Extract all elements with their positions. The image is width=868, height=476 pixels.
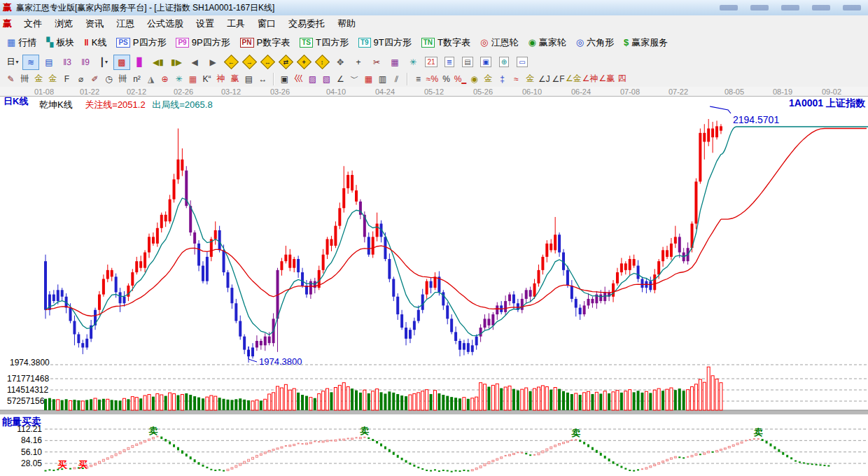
menu-item-7[interactable]: 窗口 [251, 17, 282, 30]
toolbar-button-quote[interactable]: ▦行情 [3, 35, 41, 50]
menu-item-4[interactable]: 公式选股 [141, 17, 190, 30]
gold-line-b-button[interactable]: 金 [46, 73, 59, 85]
candle-style-dropdown-button[interactable]: ┃▾ [95, 55, 112, 70]
toolbar-button-hexagon[interactable]: ◎六角形 [572, 35, 618, 50]
gold-line-a-button[interactable]: 金 [32, 73, 46, 85]
toolbar-button-9t-square[interactable]: T99T四方形 [354, 35, 416, 50]
gann-grid-tool-button[interactable]: ▦ [386, 55, 403, 70]
expand-horizontal-button[interactable]: ↔ [259, 55, 276, 70]
gold-circle-button[interactable]: ◉ [468, 73, 481, 85]
ruler-ticks-1-button[interactable]: 卌 [18, 73, 31, 85]
period-day-dropdown-button[interactable]: 日▾ [4, 55, 21, 70]
percent-wave-button[interactable]: ≈% [426, 73, 439, 85]
si-angle-button[interactable]: 四 [615, 73, 629, 85]
menu-item-3[interactable]: 江恩 [110, 17, 141, 30]
next-bar-button[interactable]: ▶ [204, 55, 221, 70]
j-angle-button[interactable]: ∠J [538, 73, 551, 85]
workstation-button[interactable]: ▭ [514, 55, 531, 70]
ruler-123-button[interactable]: ▤ [242, 73, 255, 85]
titlebar-ghost-buttons[interactable] [720, 5, 861, 10]
info-panel-button[interactable]: ▤ [41, 55, 57, 70]
kline-chart-canvas[interactable]: 1974.380017177146811451431257257156112.2… [0, 87, 868, 476]
zoom-in-bars-button[interactable]: + [295, 55, 312, 70]
menu-item-0[interactable]: 文件 [18, 17, 48, 30]
toolbar-button-p-square[interactable]: PSP四方形 [112, 35, 170, 50]
save-button[interactable]: ▣ [477, 55, 494, 70]
shen-angle-button[interactable]: ∠神 [582, 73, 598, 85]
pen-ruler-button[interactable]: ✐ [88, 73, 102, 85]
toolbar-button-winner-wheel[interactable]: ◉赢家轮 [524, 35, 570, 50]
box-cross-button[interactable]: ▧ [320, 73, 333, 85]
gold-bars-button[interactable]: 金 [482, 73, 495, 85]
toolbar-button-winner-service[interactable]: $赢家服务 [620, 35, 672, 50]
menu-item-6[interactable]: 工具 [220, 17, 251, 30]
toolbar-button-gann-wheel[interactable]: ◎江恩轮 [476, 35, 522, 50]
target-cross-button[interactable]: ⊕ [158, 73, 172, 85]
gold-angle-button[interactable]: ∠金 [566, 73, 582, 85]
first-page-button[interactable]: ◀▮ [150, 55, 167, 70]
calculator-button[interactable]: ≣ [441, 55, 458, 70]
shift-right-button[interactable]: → [241, 55, 258, 70]
pen-tool-button[interactable]: ✎ [4, 73, 18, 85]
menu-item-5[interactable]: 设置 [190, 17, 220, 30]
toolbar-separator [407, 73, 408, 85]
wave-check-button[interactable]: ﹀ [348, 73, 361, 85]
ruler-ticks-2-button[interactable]: 卌 [116, 73, 130, 85]
toolbar-button-p-number-table[interactable]: PNP数字表 [236, 35, 295, 50]
prev-bar-button[interactable]: ◀ [186, 55, 203, 70]
toolbar-button-sectors[interactable]: ▚板块 [42, 35, 78, 50]
flag-tool-button[interactable]: ◮ [144, 73, 158, 85]
parallel-lines-button[interactable]: ⫽ [390, 73, 403, 85]
notes-button[interactable]: ▤ [459, 55, 476, 70]
angle-line-button[interactable]: ∠ [334, 73, 347, 85]
hand-drag-button[interactable]: ✥ [332, 55, 349, 70]
toolbar-button-9p-square[interactable]: P99P四方形 [172, 35, 234, 50]
ying-angle-button[interactable]: ∠赢 [599, 73, 615, 85]
percent-line-button[interactable]: %‗ [454, 73, 467, 85]
calendar-21-button[interactable]: 21 [423, 55, 440, 70]
f-angle-button[interactable]: ∠F [552, 73, 565, 85]
svg-text:能量买卖: 能量买卖 [2, 416, 41, 427]
network-button[interactable]: ⊕ [496, 55, 512, 70]
gold-under-button[interactable]: 金 [524, 73, 537, 85]
toolbar-button-t-number-table[interactable]: TNT数字表 [417, 35, 475, 50]
volume-profile-button[interactable]: ▊ [132, 55, 148, 70]
dense-grid-button[interactable]: ▦ [362, 73, 375, 85]
menu-item-8[interactable]: 交易委托 [282, 17, 331, 30]
bars-9-button[interactable]: ‖9 [77, 55, 94, 70]
menu-item-1[interactable]: 浏览 [48, 17, 79, 30]
box-fan-button[interactable]: ▨ [306, 73, 319, 85]
trend-view-button[interactable]: ≋ [22, 55, 39, 70]
k-mark-button[interactable]: K“ [200, 73, 214, 85]
ying-tool-button[interactable]: 赢 [228, 73, 241, 85]
menu-item-2[interactable]: 资讯 [79, 17, 110, 30]
scale-tool-button[interactable]: ≡ [412, 73, 425, 85]
shift-left-button[interactable]: ← [223, 55, 239, 70]
span-arrow-button[interactable]: ↔ [256, 73, 270, 85]
spiral-tool-button[interactable]: ✳ [405, 55, 421, 70]
red-grid-button[interactable]: ▦ [186, 73, 200, 85]
shen-tool-button[interactable]: 神 [214, 73, 227, 85]
bars-3-button[interactable]: ‖3 [59, 55, 76, 70]
svg-text:2194.5701: 2194.5701 [733, 114, 779, 125]
ray-star-button[interactable]: ✳ [172, 73, 186, 85]
box-tool-button[interactable]: ▣ [278, 73, 291, 85]
crosshair-button[interactable]: + [350, 55, 367, 70]
erase-tool-button[interactable]: ✂ [368, 55, 385, 70]
percent-button[interactable]: % [440, 73, 453, 85]
qiankun-kline-view-button[interactable]: ▩ [113, 55, 130, 70]
zoom-out-bars-button[interactable]: ↕ [314, 55, 330, 70]
toolbar-button-t-square[interactable]: TST四方形 [295, 35, 353, 50]
shrink-horizontal-button[interactable]: ⇄ [277, 55, 294, 70]
fan-lines-button[interactable]: 巛 [292, 73, 305, 85]
n-square-button[interactable]: n² [130, 73, 144, 85]
wave-band-button[interactable]: ≈ [510, 73, 523, 85]
menu-item-9[interactable]: 帮助 [331, 17, 362, 30]
fib-line-button[interactable]: F [60, 73, 74, 85]
dense-grid-2-button[interactable]: ▥ [376, 73, 389, 85]
last-page-button[interactable]: ▮▶ [168, 55, 185, 70]
spiral-button[interactable]: ⌀ [74, 73, 88, 85]
pin-pen-button[interactable]: ‡ [496, 73, 509, 85]
time-cycle-button[interactable]: ◷ [102, 73, 115, 85]
toolbar-button-kline[interactable]: ‖K线 [80, 35, 111, 50]
